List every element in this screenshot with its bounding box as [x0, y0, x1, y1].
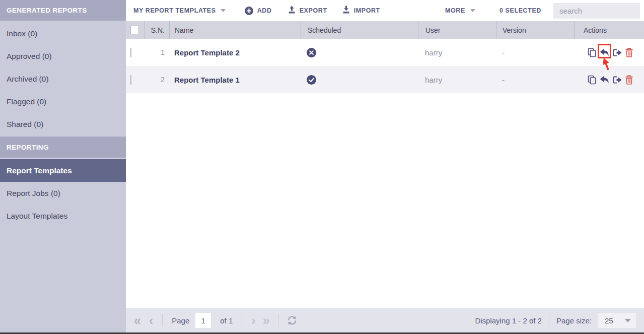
revert-icon[interactable]: [599, 75, 610, 84]
refresh-icon[interactable]: [287, 315, 298, 325]
report-templates-menu[interactable]: MY REPORT TEMPLATES: [133, 7, 226, 14]
chevron-down-icon: [221, 9, 226, 12]
column-header-version: Version: [496, 21, 574, 39]
row-name-link[interactable]: Report Template 2: [169, 48, 301, 57]
sidebar-section-generated-reports: GENERATED REPORTS: [0, 0, 126, 21]
more-menu-label: MORE: [445, 7, 465, 14]
export-row-icon[interactable]: [612, 48, 622, 57]
sidebar-item-shared[interactable]: Shared (0): [0, 113, 126, 136]
sidebar-item-inbox[interactable]: Inbox (0): [0, 22, 126, 45]
select-all-checkbox[interactable]: [130, 26, 139, 34]
page-label: Page: [172, 316, 189, 325]
column-header-user: User: [418, 21, 496, 39]
sidebar-item-layout-templates[interactable]: Layout Templates: [0, 205, 126, 227]
last-page-button[interactable]: »: [263, 314, 270, 327]
next-page-button[interactable]: ›: [251, 314, 255, 327]
toolbar: MY REPORT TEMPLATES ADD EXPORT: [126, 0, 644, 21]
table-row: 1 Report Template 2 harry -: [126, 39, 644, 66]
row-sn: 1: [145, 48, 169, 56]
row-user: harry: [418, 48, 496, 57]
first-page-button[interactable]: «: [134, 314, 141, 327]
sidebar-item-report-jobs[interactable]: Report Jobs (0): [0, 182, 126, 205]
sidebar-item-flagged[interactable]: Flagged (0): [0, 90, 126, 113]
import-button-label: IMPORT: [354, 7, 380, 14]
page-size-label: Page size:: [556, 316, 592, 325]
not-scheduled-x-icon: [307, 48, 316, 57]
copy-icon[interactable]: [587, 75, 597, 85]
displaying-status: Displaying 1 - 2 of 2: [475, 316, 542, 325]
sidebar: GENERATED REPORTS Inbox (0) Approved (0)…: [0, 0, 126, 334]
column-header-actions: Actions: [574, 21, 644, 39]
sidebar-item-approved[interactable]: Approved (0): [0, 45, 126, 68]
export-button-label: EXPORT: [300, 7, 327, 14]
add-button-label: ADD: [257, 7, 272, 14]
table-body: 1 Report Template 2 harry -: [126, 39, 644, 93]
row-version: -: [496, 76, 574, 84]
export-button[interactable]: EXPORT: [288, 6, 327, 16]
selected-count: 0 SELECTED: [499, 7, 541, 14]
page-of-label: of 1: [220, 316, 233, 325]
column-header-sn: S.N.: [145, 21, 169, 39]
search-input[interactable]: [553, 3, 640, 19]
delete-icon[interactable]: [625, 75, 633, 85]
sidebar-item-report-templates[interactable]: Report Templates: [0, 159, 126, 182]
row-checkbox[interactable]: [130, 48, 131, 57]
sidebar-section-reporting: REPORTING: [0, 137, 126, 158]
row-checkbox[interactable]: [130, 75, 131, 85]
column-header-scheduled: Scheduled: [301, 21, 418, 39]
table-row: 2 Report Template 1 harry -: [126, 66, 644, 93]
chevron-down-icon: [470, 9, 475, 12]
annotation-highlight-box: [598, 44, 611, 58]
scheduled-check-icon: [307, 75, 316, 85]
import-button[interactable]: IMPORT: [342, 6, 380, 16]
import-icon: [342, 6, 350, 16]
row-sn: 2: [145, 76, 169, 84]
page-size-select[interactable]: 25: [598, 313, 636, 328]
pagination-bar: « ‹ Page of 1 › » Displaying 1 - 2 of 2 …: [126, 308, 644, 332]
export-icon: [288, 6, 296, 16]
page-number-input[interactable]: [195, 313, 211, 328]
app-window: GENERATED REPORTS Inbox (0) Approved (0)…: [0, 0, 644, 334]
report-templates-menu-label: MY REPORT TEMPLATES: [133, 7, 216, 14]
add-button[interactable]: ADD: [245, 7, 272, 15]
table-header: S.N. Name Scheduled User Version Actions: [126, 21, 644, 39]
row-user: harry: [418, 76, 496, 84]
export-row-icon[interactable]: [612, 75, 622, 85]
delete-icon[interactable]: [625, 48, 633, 57]
row-name-link[interactable]: Report Template 1: [169, 76, 301, 84]
prev-page-button[interactable]: ‹: [149, 314, 153, 327]
plus-circle-icon: [245, 7, 253, 15]
row-version: -: [496, 48, 574, 57]
page-size-value: 25: [605, 316, 613, 325]
column-header-name: Name: [169, 21, 301, 39]
chevron-down-icon: [625, 319, 631, 322]
more-menu[interactable]: MORE: [445, 7, 475, 14]
sidebar-item-archived[interactable]: Archived (0): [0, 68, 126, 90]
copy-icon[interactable]: [587, 48, 597, 57]
